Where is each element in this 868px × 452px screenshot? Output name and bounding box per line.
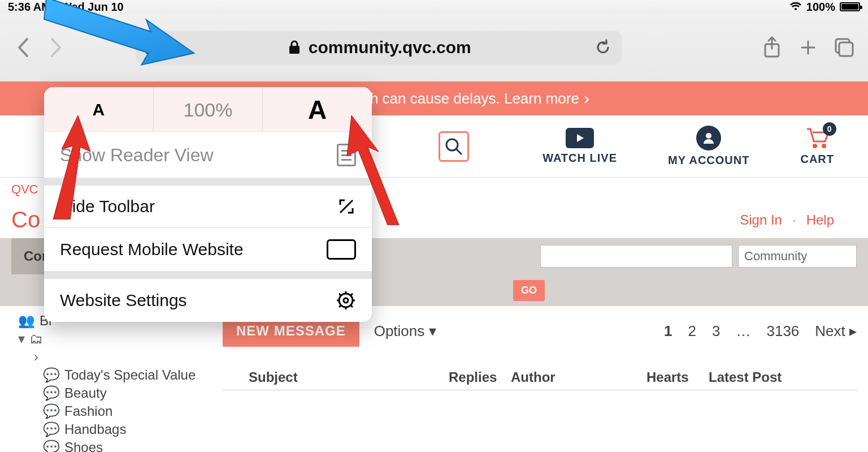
chat-icon: 💬 xyxy=(43,403,60,419)
search-button[interactable] xyxy=(439,131,469,162)
svg-line-21 xyxy=(351,305,353,307)
svg-marker-9 xyxy=(577,134,584,142)
sidebar-folder[interactable]: ▾ 🗂 xyxy=(11,330,211,348)
share-button[interactable] xyxy=(760,35,784,60)
play-icon xyxy=(566,128,594,148)
forum-sidebar: 👥 Bl ▾ 🗂 › 💬Today's Special Value 💬Beaut… xyxy=(11,312,211,452)
page-3[interactable]: 3 xyxy=(712,322,720,340)
caret-right-icon: › xyxy=(34,349,38,365)
sidebar-item[interactable]: 💬Beauty xyxy=(11,384,211,402)
col-replies: Replies xyxy=(449,369,511,385)
text-size-button[interactable]: AA xyxy=(146,37,165,58)
battery-pct: 100% xyxy=(806,1,835,14)
forward-button[interactable] xyxy=(45,36,68,59)
page-last[interactable]: 3136 xyxy=(766,322,799,340)
status-date: Wed Jun 10 xyxy=(61,1,124,14)
svg-rect-0 xyxy=(289,46,300,54)
sidebar-item[interactable]: 💬Shoes xyxy=(11,438,211,452)
col-subject: Subject xyxy=(223,369,449,385)
website-settings[interactable]: Website Settings xyxy=(44,279,372,322)
caret-down-icon: ▾ xyxy=(18,331,25,347)
sidebar-item[interactable]: 💬Today's Special Value xyxy=(11,366,211,384)
svg-point-14 xyxy=(339,294,353,307)
thread-table-header: Subject Replies Author Hearts Latest Pos… xyxy=(223,369,857,390)
col-latest: Latest Post xyxy=(709,369,857,385)
chat-icon: 💬 xyxy=(43,421,60,437)
wifi-icon xyxy=(789,2,802,11)
device-icon xyxy=(327,239,356,260)
sidebar-item[interactable]: 💬Handbags xyxy=(11,420,211,438)
ios-status-bar: 5:36 AM Wed Jun 10 100% xyxy=(0,0,868,14)
zoom-level: 100% xyxy=(154,87,263,132)
text-size-popover: A 100% A Show Reader View Hide Toolbar R… xyxy=(44,87,372,322)
battery-icon xyxy=(840,2,860,11)
svg-point-11 xyxy=(813,144,817,148)
forum-search-input[interactable] xyxy=(540,245,732,268)
folder-icon: 🗂 xyxy=(29,331,43,347)
col-hearts: Hearts xyxy=(646,369,709,385)
page-next[interactable]: Next ▸ xyxy=(815,322,857,340)
sidebar-subcaret[interactable]: › xyxy=(11,348,211,366)
lock-icon xyxy=(288,40,301,55)
svg-line-8 xyxy=(457,149,461,154)
cart-icon: 0 xyxy=(805,127,830,149)
breadcrumb-root[interactable]: QVC xyxy=(11,182,38,196)
svg-point-12 xyxy=(822,144,826,148)
gear-icon xyxy=(336,290,356,311)
page-title: Co xyxy=(11,207,40,233)
new-tab-button[interactable] xyxy=(796,35,821,60)
user-icon xyxy=(696,126,721,150)
status-time: 5:36 AM xyxy=(8,1,51,14)
chat-icon: 💬 xyxy=(43,385,60,401)
zoom-in-button[interactable]: A xyxy=(263,87,372,132)
reader-icon xyxy=(337,144,356,166)
watch-live-link[interactable]: WATCH LIVE xyxy=(542,128,617,165)
my-account-link[interactable]: MY ACCOUNT xyxy=(668,126,749,167)
svg-line-20 xyxy=(339,294,341,295)
search-scope-select[interactable]: Community xyxy=(738,245,857,268)
svg-point-10 xyxy=(706,133,711,139)
svg-line-22 xyxy=(339,305,341,307)
svg-line-23 xyxy=(351,294,353,295)
cart-count-badge: 0 xyxy=(823,122,836,136)
expand-icon xyxy=(337,197,356,216)
back-button[interactable] xyxy=(11,36,34,59)
zoom-out-button[interactable]: A xyxy=(44,87,154,132)
chat-icon: 💬 xyxy=(43,367,60,383)
pagination: 1 2 3 … 3136 Next ▸ xyxy=(664,322,857,340)
forum-main: NEW MESSAGE Options ▾ 1 2 3 … 3136 Next … xyxy=(223,312,857,452)
reload-button[interactable] xyxy=(594,39,611,56)
request-mobile-website[interactable]: Request Mobile Website xyxy=(44,228,372,271)
sidebar-item[interactable]: 💬Fashion xyxy=(11,402,211,420)
chevron-right-icon: › xyxy=(584,89,589,108)
options-dropdown[interactable]: Options ▾ xyxy=(374,322,436,340)
people-icon: 👥 xyxy=(18,313,35,329)
help-link[interactable]: Help xyxy=(806,212,834,228)
page-2[interactable]: 2 xyxy=(688,322,696,340)
cart-link[interactable]: 0 CART xyxy=(800,127,834,166)
svg-rect-6 xyxy=(839,42,853,56)
page-ellipsis: … xyxy=(736,322,750,340)
chat-icon: 💬 xyxy=(43,440,60,452)
svg-line-13 xyxy=(340,200,353,213)
hide-toolbar[interactable]: Hide Toolbar xyxy=(44,186,372,227)
show-reader-view: Show Reader View xyxy=(44,132,372,178)
signin-link[interactable]: Sign In xyxy=(740,212,782,228)
page-1[interactable]: 1 xyxy=(664,322,672,340)
tabs-button[interactable] xyxy=(832,35,857,60)
go-button[interactable]: GO xyxy=(513,280,545,301)
safari-toolbar: AA community.qvc.com xyxy=(0,14,868,81)
url-bar[interactable]: AA community.qvc.com xyxy=(136,31,622,64)
svg-point-15 xyxy=(344,298,348,303)
url-domain: community.qvc.com xyxy=(309,38,471,57)
col-author: Author xyxy=(511,369,646,385)
